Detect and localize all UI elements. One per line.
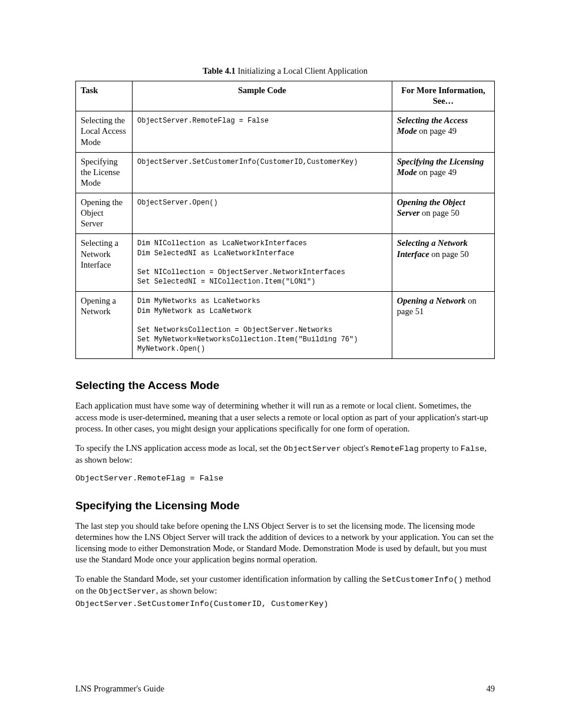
cell-task: Selecting the Local Access Mode: [76, 111, 133, 152]
cell-info: Selecting a Network Interface on page 50: [392, 234, 494, 292]
cell-code: Dim MyNetworks as LcaNetworks Dim MyNetw…: [132, 292, 392, 359]
cell-info: Opening a Network on page 51: [392, 292, 494, 359]
info-rest: on page 49: [417, 167, 457, 177]
cell-task: Specifying the License Mode: [76, 152, 133, 193]
page: Table 4.1 Initializing a Local Client Ap…: [0, 0, 562, 728]
body-paragraph: Each application must have some way of d…: [75, 400, 495, 434]
table-caption: Table 4.1 Initializing a Local Client Ap…: [75, 66, 495, 76]
body-paragraph: The last step you should take before ope…: [75, 521, 495, 566]
body-paragraph: To enable the Standard Mode, set your cu…: [75, 574, 495, 597]
heading-selecting-access-mode: Selecting the Access Mode: [75, 379, 495, 392]
text-run: object's: [341, 443, 371, 453]
cell-code: ObjectServer.RemoteFlag = False: [132, 111, 392, 152]
info-rest: on page 50: [419, 208, 459, 218]
code-block: ObjectServer.RemoteFlag = False: [75, 474, 495, 483]
cell-task: Selecting a Network Interface: [76, 234, 133, 292]
th-task: Task: [76, 81, 133, 111]
th-code: Sample Code: [132, 81, 392, 111]
inline-code: ObjectServer: [98, 587, 156, 596]
cell-info: Specifying the Licensing Mode on page 49: [392, 152, 494, 193]
table-caption-text: Initializing a Local Client Application: [237, 66, 368, 75]
info-link: Opening a Network: [397, 296, 466, 305]
th-info: For More Information, See…: [392, 81, 494, 111]
text-run: property to: [419, 443, 461, 453]
page-footer: LNS Programmer's Guide 49: [75, 684, 495, 694]
inline-code: False: [461, 444, 485, 453]
cell-info: Opening the Object Server on page 50: [392, 193, 494, 234]
cell-code: ObjectServer.SetCustomerInfo(CustomerID,…: [132, 152, 392, 193]
inline-code: ObjectServer: [283, 444, 340, 453]
cell-code: Dim NICollection as LcaNetworkInterfaces…: [132, 234, 392, 292]
body-paragraph: To specify the LNS application access mo…: [75, 443, 495, 466]
inline-code: SetCustomerInfo(): [382, 575, 463, 584]
table-caption-label: Table 4.1: [203, 66, 236, 75]
table-row: Selecting a Network Interface Dim NIColl…: [76, 234, 495, 292]
table-row: Opening the Object Server ObjectServer.O…: [76, 193, 495, 234]
table-row: Opening a Network Dim MyNetworks as LcaN…: [76, 292, 495, 359]
text-run: To enable the Standard Mode, set your cu…: [75, 574, 382, 584]
cell-task: Opening the Object Server: [76, 193, 133, 234]
cell-code: ObjectServer.Open(): [132, 193, 392, 234]
inline-code: RemoteFlag: [371, 444, 418, 453]
info-rest: on page 49: [417, 126, 457, 136]
table-header-row: Task Sample Code For More Information, S…: [76, 81, 495, 111]
info-rest: on page 50: [429, 249, 469, 259]
text-run: , as shown below:: [156, 586, 217, 595]
init-table: Task Sample Code For More Information, S…: [75, 81, 495, 359]
cell-info: Selecting the Access Mode on page 49: [392, 111, 494, 152]
heading-specifying-licensing-mode: Specifying the Licensing Mode: [75, 499, 495, 512]
cell-task: Opening a Network: [76, 292, 133, 359]
footer-page-number: 49: [487, 684, 495, 694]
code-block: ObjectServer.SetCustomerInfo(CustomerID,…: [75, 599, 495, 608]
footer-title: LNS Programmer's Guide: [75, 684, 164, 694]
table-row: Specifying the License Mode ObjectServer…: [76, 152, 495, 193]
table-row: Selecting the Local Access Mode ObjectSe…: [76, 111, 495, 152]
text-run: To specify the LNS application access mo…: [75, 443, 283, 453]
